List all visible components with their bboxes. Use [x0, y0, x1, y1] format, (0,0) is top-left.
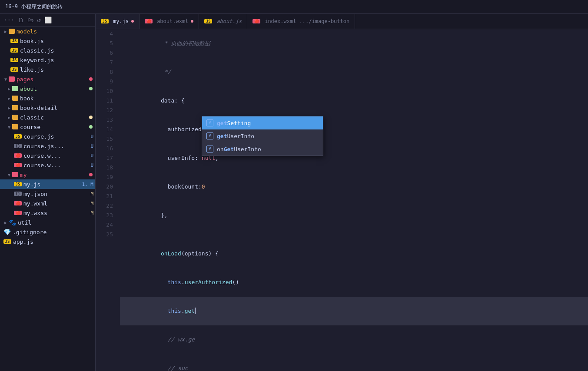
tab-label-myjs: my.js [113, 18, 129, 24]
json-badge-course: {} [14, 144, 22, 148]
badge-u-coursewxml: U [90, 153, 93, 159]
label-coursejs: course.js [23, 133, 54, 140]
file-gitignore[interactable]: 💎 .gitignore [0, 227, 95, 237]
sidebar: ··· 🗋 🗁 ↺ ⬜ ▶ models JS book.js [0, 14, 96, 371]
refresh-icon[interactable]: ↺ [37, 17, 40, 23]
label-coursewxml: course.w... [23, 152, 61, 159]
collapse-icon[interactable]: ⬜ [44, 17, 52, 23]
label-course: course [20, 124, 40, 130]
code-line-7: authorized: false, [120, 115, 588, 144]
file-appjs[interactable]: JS app.js [0, 237, 95, 246]
folder-util[interactable]: ▶ 🐾 util [0, 218, 95, 227]
autocomplete-item-getUserInfo[interactable]: f getUserInfo [202, 129, 323, 142]
code-editor[interactable]: 4 5 6 7 8 9 10 11 12 13 14 15 16 17 18 1… [96, 29, 588, 371]
file-likejs[interactable]: JS like.js [0, 65, 95, 74]
file-coursejs[interactable]: JS course.js U [0, 132, 95, 141]
folder-book[interactable]: ▶ book [0, 93, 95, 103]
tab-label-aboutwxml: about.wxml [157, 18, 188, 24]
code-line-12: onLoad(options) { [120, 239, 588, 268]
tab-aboutwxml[interactable]: 🔴 about.wxml [140, 14, 199, 29]
tab-dot-aboutwxml [191, 20, 193, 23]
tab-aboutjs[interactable]: JS about.js [199, 14, 247, 29]
autocomplete-icon-2: f [206, 132, 213, 139]
label-appjs: app.js [13, 238, 33, 245]
code-line-15: // wx.ge [120, 325, 588, 354]
folder-icon-classic [12, 115, 18, 120]
label-classicjs: classic.js [20, 47, 54, 54]
file-classicjs[interactable]: JS classic.js [0, 46, 95, 55]
autocomplete-label-onGetUserInfo: onGetUserInfo [217, 146, 261, 152]
badge-1m-myjs: 1, M [82, 182, 94, 187]
new-file-icon[interactable]: 🗋 [18, 17, 24, 23]
chevron-models: ▶ [3, 29, 8, 34]
code-content[interactable]: * 页面的初始数据 */ data: { authorized: false, [116, 29, 588, 371]
code-line-4: * 页面的初始数据 [120, 29, 588, 58]
chevron-book-detail: ▶ [7, 106, 11, 110]
label-keywordjs: keyword.js [20, 57, 54, 63]
folder-classic[interactable]: ▶ classic [0, 113, 95, 122]
folder-book-detail[interactable]: ▶ book-detail [0, 103, 95, 113]
folder-pages[interactable]: ▼ pages [0, 74, 95, 84]
js-badge-keyword: JS [10, 58, 18, 62]
wxml-badge-course1: 🔴 [14, 153, 22, 158]
label-likejs: like.js [20, 66, 44, 73]
file-coursejson[interactable]: {} course.js... U [0, 141, 95, 151]
editor-area: JS my.js 🔴 about.wxml JS about.js 🔴 inde… [96, 14, 588, 371]
tab-badge-aboutjs: JS [204, 19, 212, 23]
new-folder-icon[interactable]: 🗁 [27, 17, 33, 23]
folder-about[interactable]: ▶ about [0, 84, 95, 93]
sidebar-toolbar: ··· 🗋 🗁 ↺ ⬜ [0, 14, 95, 26]
folder-course[interactable]: ▼ course [0, 122, 95, 132]
label-bookjs: book.js [20, 38, 44, 44]
file-mywxss[interactable]: 🔴 my.wxss M [0, 208, 95, 218]
file-coursewxss[interactable]: 🔴 course.w... U [0, 160, 95, 170]
file-keywordjs[interactable]: JS keyword.js [0, 55, 95, 65]
more-icon[interactable]: ··· [3, 17, 14, 23]
dot-pages [89, 77, 93, 81]
tab-label-indexwxml: index.wxml .../image-button [265, 18, 349, 24]
autocomplete-item-getSetting[interactable]: f getSetting [202, 116, 323, 129]
folder-icon-about [12, 86, 18, 91]
file-coursewxml[interactable]: 🔴 course.w... U [0, 151, 95, 160]
file-bookjs[interactable]: JS book.js [0, 36, 95, 46]
dot-my [89, 173, 93, 176]
folder-icon-models [9, 29, 15, 34]
tabs-bar: JS my.js 🔴 about.wxml JS about.js 🔴 inde… [96, 14, 588, 29]
chevron-pages: ▼ [3, 77, 8, 82]
folder-my[interactable]: ▼ my [0, 170, 95, 179]
label-models: models [17, 28, 37, 35]
autocomplete-dropdown[interactable]: f getSetting f getUserInfo f onGetUserIn… [202, 116, 323, 156]
label-util: util [18, 219, 31, 226]
tab-indexwxml[interactable]: 🔴 index.wxml .../image-button [247, 14, 355, 29]
label-about: about [20, 86, 37, 92]
label-myjson: my.json [23, 191, 47, 197]
tab-badge-aboutwxml: 🔴 [145, 19, 153, 23]
dot-course [89, 125, 93, 129]
badge-u-coursejs: U [90, 134, 93, 139]
folder-icon-util: 🐾 [9, 219, 16, 226]
autocomplete-item-onGetUserInfo[interactable]: f onGetUserInfo [202, 142, 323, 156]
title-text: 16-9 小程序之间的跳转 [5, 3, 63, 10]
code-line-9: bookCount:0 [120, 172, 588, 201]
js-badge-app: JS [3, 239, 11, 244]
code-comment-5: */ [154, 69, 171, 75]
autocomplete-label-getSetting: getSetting [217, 120, 251, 126]
badge-u-coursejson: U [90, 143, 93, 149]
file-myjs[interactable]: JS my.js 1, M [0, 179, 95, 189]
tab-label-aboutjs: about.js [216, 18, 242, 24]
tab-badge-myjs: JS [101, 19, 109, 23]
tab-myjs[interactable]: JS my.js [96, 14, 140, 29]
label-myjs: my.js [23, 181, 40, 188]
autocomplete-icon-1: f [206, 119, 213, 126]
code-line-16: // suc [120, 354, 588, 371]
file-mywxml[interactable]: 🔴 my.wxml M [0, 199, 95, 208]
folder-icon-book-detail [12, 105, 18, 110]
chevron-book: ▶ [7, 96, 11, 101]
tree: ▶ models JS book.js JS classic.js JS key… [0, 26, 95, 246]
tab-dot-myjs [131, 20, 134, 23]
code-line-10: }, [120, 201, 588, 230]
folder-models[interactable]: ▶ models [0, 26, 95, 36]
folder-icon-pages [9, 76, 15, 82]
file-myjson[interactable]: {} my.json M [0, 189, 95, 199]
code-line-13: this.userAuthorized() [120, 268, 588, 297]
